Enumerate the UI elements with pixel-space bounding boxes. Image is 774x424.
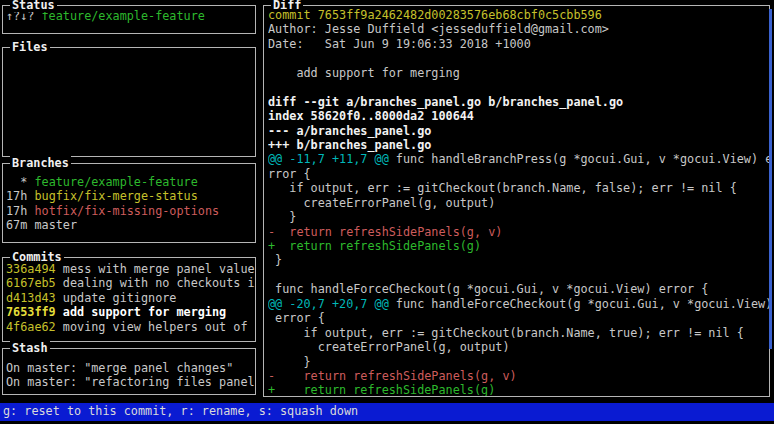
status-panel-title: Status (10, 0, 57, 12)
diff-line: } (268, 253, 769, 267)
diff-line: rror { (268, 167, 769, 181)
diff-line: @@ -20,7 +20,7 @@ func handleForceChecko… (268, 297, 769, 311)
branch-row[interactable]: 17h bugfix/fix-merge-status (6, 189, 255, 203)
branch-row[interactable]: 17h hotfix/fix-missing-options (6, 204, 255, 218)
diff-panel[interactable]: Diff commit 7653ff9a2462482d00283576eb68… (263, 5, 770, 397)
diff-line: Author: Jesse Duffield <jesseduffield@gm… (268, 22, 769, 36)
diff-line: diff --git a/branches_panel.go b/branche… (268, 95, 769, 109)
commit-row[interactable]: 6167eb5 dealing with no checkouts i (6, 276, 255, 290)
stash-panel-title: Stash (10, 341, 50, 355)
stash-panel[interactable]: Stash On master: "merge panel changes"On… (2, 348, 256, 395)
stash-list: On master: "merge panel changes"On maste… (3, 349, 255, 394)
current-branch-label: feature/example-feature (42, 9, 205, 23)
branches-panel-title: Branches (10, 156, 71, 170)
diff-panel-title: Diff (271, 0, 303, 12)
stash-row[interactable]: On master: "refactoring files panel (6, 375, 255, 389)
branch-row[interactable]: 67m master (6, 218, 255, 232)
commits-panel[interactable]: Commits 336a494 mess with merge panel va… (2, 257, 256, 342)
status-panel[interactable]: Status ↑?↓? feature/example-feature (2, 5, 256, 34)
diff-line: @@ -11,7 +11,7 @@ func handleBranchPress… (268, 152, 769, 166)
diff-content[interactable]: commit 7653ff9a2462482d00283576eb68cbf0c… (264, 6, 769, 396)
diff-line (268, 268, 769, 282)
branches-panel[interactable]: Branches * feature/example-feature17h bu… (2, 163, 256, 243)
diff-line: - return refreshSidePanels(g, v) (268, 225, 769, 239)
diff-line (268, 80, 769, 94)
diff-line: commit 7653ff9a2462482d00283576eb68cbf0c… (268, 8, 769, 22)
diff-line: add support for merging (268, 66, 769, 80)
files-list (3, 48, 255, 156)
branch-row[interactable]: * feature/example-feature (6, 175, 255, 189)
keybindings-text: g: reset to this commit, r: rename, s: s… (3, 404, 358, 418)
diff-line: } (268, 210, 769, 224)
lazygit-terminal: Status ↑?↓? feature/example-feature File… (0, 0, 774, 424)
diff-line: error { (268, 311, 769, 325)
commit-row[interactable]: d413d43 update gitignore (6, 291, 255, 305)
diff-line: Date: Sat Jun 9 19:06:33 2018 +1000 (268, 37, 769, 51)
commits-panel-title: Commits (10, 250, 64, 264)
diff-line: + return refreshSidePanels(g) (268, 383, 769, 396)
files-panel[interactable]: Files (2, 47, 256, 157)
diff-line: createErrorPanel(g, output) (268, 340, 769, 354)
stash-row[interactable]: On master: "merge panel changes" (6, 361, 255, 375)
commit-row[interactable]: 4f6ae62 moving view helpers out of (6, 320, 255, 334)
commit-row[interactable]: 7653ff9 add support for merging (6, 305, 255, 319)
diff-line: if output, err := gitCheckout(branch.Nam… (268, 181, 769, 195)
scrollbar-thumb[interactable] (769, 9, 772, 349)
diff-line: index 58620f0..8000da2 100644 (268, 109, 769, 123)
diff-line: + return refreshSidePanels(g) (268, 239, 769, 253)
diff-line: --- a/branches_panel.go (268, 124, 769, 138)
diff-line: +++ b/branches_panel.go (268, 138, 769, 152)
diff-line: if output, err := gitCheckout(branch.Nam… (268, 326, 769, 340)
diff-line: func handleForceCheckout(g *gocui.Gui, v… (268, 282, 769, 296)
diff-line: } (268, 355, 769, 369)
commits-list: 336a494 mess with merge panel value6167e… (3, 258, 255, 341)
diff-line (268, 51, 769, 65)
branches-list: * feature/example-feature17h bugfix/fix-… (3, 164, 255, 242)
diff-line: - return refreshSidePanels(g, v) (268, 369, 769, 383)
files-panel-title: Files (10, 40, 50, 54)
keybindings-bar: g: reset to this commit, r: rename, s: s… (0, 403, 774, 421)
diff-line: createErrorPanel(g, output) (268, 196, 769, 210)
